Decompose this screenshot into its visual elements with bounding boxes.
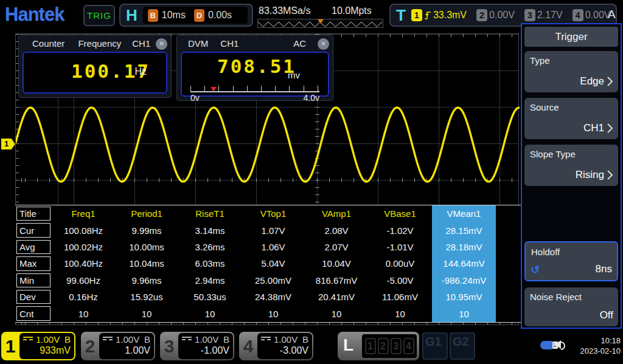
- trigger-status-indicator: TRIG: [83, 5, 115, 26]
- speaker-icon: [554, 340, 565, 349]
- channel-4-button[interactable]: 41.00VB-3.00V: [239, 332, 313, 360]
- timebase-value: 10ms: [162, 10, 186, 21]
- g1-button[interactable]: G1: [422, 332, 448, 360]
- dvm-ruler: [190, 86, 319, 92]
- table-header-VBase1: VBase1: [368, 205, 432, 222]
- horizontal-panel[interactable]: H B 10ms D 0.00s: [119, 4, 253, 27]
- menu-item-label: Type: [530, 55, 550, 66]
- channel-1-number: 1: [1, 332, 19, 360]
- trigger-channel-4-readout[interactable]: 40.00V: [573, 9, 611, 21]
- channel-4-number: 4: [239, 332, 257, 360]
- menu-item-noise-reject[interactable]: Noise RejectOff: [524, 287, 618, 326]
- logic-channels-button[interactable]: L 1234: [338, 332, 419, 360]
- menu-item-label: Source: [530, 102, 559, 112]
- table-cell: 10: [368, 305, 432, 321]
- table-cell: 2.94ms: [178, 272, 242, 289]
- menu-item-value: CH1: [583, 122, 604, 134]
- table-cell: 2.08V: [305, 222, 368, 238]
- table-corner-label: Title: [16, 207, 50, 221]
- table-row-label-Avg: Avg: [16, 240, 50, 254]
- measurement-table: TitleFreq1Period1RiseT1VTop1VAmp1VBase1V…: [15, 205, 521, 323]
- table-cell: -5.00V: [368, 272, 432, 289]
- trigger-channel-3-level: 2.17V: [537, 10, 563, 21]
- ch1-ground-marker[interactable]: 1: [1, 139, 15, 149]
- table-cell: 99.60Hz: [52, 272, 115, 289]
- trigger-channel-1-badge: 1: [411, 9, 422, 21]
- brand-logo: Hantek: [5, 4, 64, 26]
- channel-2-button[interactable]: 21.00VB1.00V: [81, 332, 155, 360]
- timebase-b-badge: B: [148, 9, 158, 22]
- table-cell: 10.04ms: [115, 255, 178, 272]
- table-row-label-Min: Min: [16, 273, 50, 287]
- table-header-Freq1: Freq1: [52, 205, 115, 222]
- trigger-channel-1-level: 33.3mV: [433, 10, 467, 21]
- dvm-pointer-icon: [211, 87, 217, 92]
- table-cell: -1.01V: [368, 239, 432, 255]
- chevron-right-icon: [607, 76, 613, 87]
- channel-4-offset: -3.00V: [261, 345, 308, 356]
- table-header-VTop1: VTop1: [242, 205, 305, 222]
- g2-button[interactable]: G2: [450, 332, 475, 360]
- trigger-menu-title: Trigger: [524, 27, 618, 47]
- counter-panel: Counter Frequency CH1 × 100.17 Hz: [18, 35, 172, 98]
- table-cell: 816.67mV: [305, 272, 368, 289]
- table-cell: 10: [242, 305, 305, 321]
- table-cell: 100.08Hz: [52, 222, 115, 238]
- channel-4-scale: 1.00V: [274, 334, 298, 345]
- trigger-channel-2-readout[interactable]: 20.00V: [476, 9, 515, 21]
- dvm-close-button[interactable]: ×: [318, 38, 329, 50]
- table-row-label-Max: Max: [16, 256, 50, 270]
- table-cell: 6.03ms: [178, 255, 242, 272]
- table-header-VMean1: VMean1: [432, 205, 496, 222]
- table-cell: 24.38mV: [242, 289, 305, 305]
- channel-1-button[interactable]: 11.00VB933mV: [1, 332, 75, 360]
- channel-3-bandwidth-badge: B: [223, 334, 229, 345]
- trigger-channel-3-readout[interactable]: 32.17V: [524, 9, 563, 21]
- dc-coupling-icon: [23, 337, 33, 342]
- table-cell: 10.04V: [305, 255, 368, 272]
- table-cell: 25.00mV: [242, 272, 305, 289]
- table-row-label-Cur: Cur: [16, 223, 50, 237]
- counter-title-row: Counter Frequency CH1: [19, 35, 171, 52]
- clock-time: 10:18: [566, 335, 621, 346]
- table-cell: 9.99ms: [115, 222, 178, 238]
- channel-3-button[interactable]: 31.00VB-1.00V: [160, 332, 234, 360]
- timebase-readout: B 10ms D 0.00s: [143, 7, 248, 24]
- channel-2-offset: 1.00V: [103, 345, 150, 356]
- counter-title: Counter: [32, 38, 64, 49]
- channel-2-bandwidth-badge: B: [144, 334, 150, 345]
- table-cell: 10: [115, 305, 178, 321]
- trigger-channel-1-readout[interactable]: 133.3mV: [411, 9, 467, 21]
- menu-item-label: Slope Type: [530, 149, 576, 159]
- dvm-title: DVM: [188, 38, 208, 49]
- memory-depth-readout: 10.0Mpts: [332, 5, 372, 16]
- menu-item-source[interactable]: SourceCH1: [524, 98, 618, 139]
- table-cell: 9.96ms: [115, 272, 178, 289]
- menu-item-value: 8ns: [596, 263, 612, 275]
- trigger-channel-4-badge: 4: [573, 9, 583, 21]
- menu-item-slope-type[interactable]: Slope TypeRising: [524, 145, 618, 186]
- table-cell: 5.04V: [242, 255, 305, 272]
- channel-1-bandwidth-badge: B: [64, 334, 71, 345]
- trigger-channel-4-level: 0.00V: [585, 10, 611, 21]
- waveform-position-strip[interactable]: [257, 19, 383, 28]
- table-cell: 100.40Hz: [52, 255, 115, 272]
- trigger-position-marker-icon[interactable]: [318, 19, 324, 24]
- menu-item-label: Noise Reject: [530, 292, 582, 302]
- delay-d-badge: D: [194, 9, 204, 22]
- table-cell: 10: [305, 305, 368, 321]
- table-cell: 28.15mV: [432, 222, 496, 238]
- trigger-level-readouts: 133.3mV20.00V32.17V40.00V: [411, 9, 611, 21]
- menu-item-type[interactable]: TypeEdge: [524, 51, 618, 92]
- trigger-channel-3-badge: 3: [524, 9, 535, 21]
- menu-item-value: Off: [600, 309, 613, 321]
- counter-close-button[interactable]: ×: [156, 38, 167, 50]
- menu-item-holdoff[interactable]: Holdoff↺8ns: [524, 241, 618, 281]
- trigger-menu: Trigger TypeEdgeSourceCH1Slope TypeRisin…: [521, 23, 622, 329]
- dvm-unit: mv: [288, 70, 300, 80]
- table-cell: 20.41mV: [305, 289, 368, 305]
- menu-item-label: Holdoff: [531, 247, 560, 257]
- cycle-icon: ↺: [531, 263, 540, 276]
- counter-unit: Hz: [134, 66, 147, 77]
- channel-1-offset: 933mV: [23, 345, 71, 356]
